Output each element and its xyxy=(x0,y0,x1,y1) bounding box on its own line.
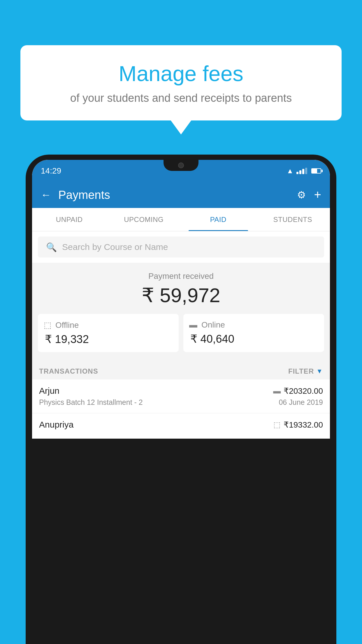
payment-summary: Payment received ₹ 59,972 ⬚ Offline ₹ 19… xyxy=(32,263,330,361)
phone-time: 14:29 xyxy=(41,166,61,176)
battery-icon xyxy=(311,168,321,174)
transaction-amount: ₹20320.00 xyxy=(284,386,323,396)
wifi-icon: ▲ xyxy=(287,167,294,175)
filter-text: FILTER xyxy=(288,367,314,375)
offline-icon: ⬚ xyxy=(44,320,51,330)
online-amount: ₹ 40,640 xyxy=(189,332,318,345)
app-bar-title: Payments xyxy=(58,188,297,202)
speech-bubble-container: Manage fees of your students and send re… xyxy=(20,45,342,120)
tab-paid[interactable]: PAID xyxy=(181,208,256,231)
transactions-header: TRANSACTIONS FILTER ▼ xyxy=(32,361,330,379)
phone-camera xyxy=(178,162,184,168)
transaction-name: Arjun xyxy=(39,386,59,396)
speech-bubble-subtitle: of your students and send receipts to pa… xyxy=(38,92,324,104)
transaction-name: Anupriya xyxy=(39,420,73,430)
offline-amount: ₹ 19,332 xyxy=(44,333,173,346)
phone-frame: 14:29 ▲ ← xyxy=(26,155,336,644)
status-bar: 14:29 ▲ xyxy=(32,160,330,182)
transactions-label: TRANSACTIONS xyxy=(39,367,98,375)
transaction-amount: ₹19332.00 xyxy=(284,420,323,430)
search-icon: 🔍 xyxy=(46,242,57,252)
transaction-amount-wrap: ▬ ₹20320.00 xyxy=(273,386,323,396)
tab-unpaid[interactable]: UNPAID xyxy=(32,208,107,231)
transaction-course: Physics Batch 12 Installment - 2 xyxy=(39,398,143,407)
status-icons: ▲ xyxy=(287,167,321,175)
online-payment-card: ▬ Online ₹ 40,640 xyxy=(183,314,324,352)
payment-type-icon-online: ▬ xyxy=(273,386,281,396)
offline-payment-card: ⬚ Offline ₹ 19,332 xyxy=(38,314,179,352)
signal-bars-icon xyxy=(296,168,307,174)
payment-received-label: Payment received xyxy=(38,272,324,281)
search-container: 🔍 Search by Course or Name xyxy=(32,231,330,263)
settings-icon[interactable]: ⚙ xyxy=(297,189,306,201)
transaction-date: 06 June 2019 xyxy=(279,398,323,407)
phone-inner: 14:29 ▲ ← xyxy=(32,160,330,439)
phone-notch xyxy=(164,160,198,171)
add-icon[interactable]: + xyxy=(314,188,321,202)
transaction-item[interactable]: Arjun ▬ ₹20320.00 Physics Batch 12 Insta… xyxy=(32,379,330,413)
transaction-list: Arjun ▬ ₹20320.00 Physics Batch 12 Insta… xyxy=(32,379,330,439)
payment-type-icon-offline: ⬚ xyxy=(273,420,281,429)
app-bar: ← Payments ⚙ + xyxy=(32,182,330,208)
tab-students[interactable]: STUDENTS xyxy=(256,208,330,231)
transaction-amount-wrap: ⬚ ₹19332.00 xyxy=(273,420,323,430)
payment-total-amount: ₹ 59,972 xyxy=(38,284,324,307)
speech-bubble-title: Manage fees xyxy=(38,61,324,86)
filter-icon: ▼ xyxy=(316,368,323,375)
search-placeholder: Search by Course or Name xyxy=(62,242,168,252)
speech-bubble: Manage fees of your students and send re… xyxy=(20,45,342,120)
filter-button[interactable]: FILTER ▼ xyxy=(288,367,323,375)
tabs-bar: UNPAID UPCOMING PAID STUDENTS xyxy=(32,208,330,231)
tab-upcoming[interactable]: UPCOMING xyxy=(107,208,181,231)
offline-label: Offline xyxy=(55,321,79,330)
back-button[interactable]: ← xyxy=(41,189,51,201)
search-bar[interactable]: 🔍 Search by Course or Name xyxy=(38,237,324,258)
payment-cards: ⬚ Offline ₹ 19,332 ▬ Online ₹ 40,640 xyxy=(38,314,324,352)
online-label: Online xyxy=(201,320,225,330)
app-bar-actions: ⚙ + xyxy=(297,188,321,202)
online-icon: ▬ xyxy=(189,320,197,330)
transaction-item[interactable]: Anupriya ⬚ ₹19332.00 xyxy=(32,413,330,439)
